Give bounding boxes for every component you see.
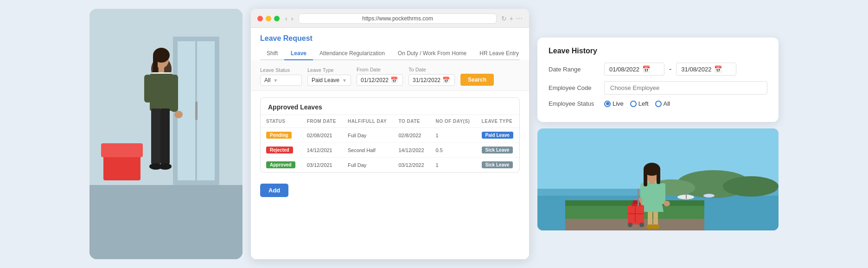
approved-leaves-title: Approved Leaves xyxy=(261,98,519,115)
from-date-label: From Date xyxy=(357,67,403,72)
leave-table: STATUS FROM DATE HALF/FULL DAY TO DATE N… xyxy=(261,115,519,172)
col-no-days: NO OF DAY(S) xyxy=(430,115,476,128)
maximize-button[interactable] xyxy=(274,16,280,21)
tab-permission[interactable]: Permission xyxy=(525,47,529,60)
svg-rect-42 xyxy=(661,183,665,204)
svg-point-31 xyxy=(703,194,715,198)
leave-type-badge: Sick Leave xyxy=(482,161,513,168)
status-cell: Pending xyxy=(261,128,301,143)
from-date-input[interactable]: 01/12/2022 📅 xyxy=(357,74,403,86)
svg-rect-50 xyxy=(657,168,660,184)
leave-status-label: Leave Status xyxy=(260,67,302,73)
date-from-input[interactable]: 01/08/2022 📅 xyxy=(604,63,664,76)
leave-type-cell: Paid Leave xyxy=(476,128,519,143)
search-button[interactable]: Search xyxy=(460,74,494,86)
add-button[interactable]: Add xyxy=(260,184,288,197)
traffic-lights xyxy=(257,16,280,21)
svg-point-45 xyxy=(664,201,670,206)
employee-status-radio-group: Live Left All xyxy=(604,100,670,107)
tab-onduty[interactable]: On Duty / Work From Home xyxy=(391,47,473,60)
svg-rect-51 xyxy=(628,205,644,224)
svg-point-27 xyxy=(723,176,779,197)
radio-live-label: Live xyxy=(613,100,624,107)
cal-to-icon: 📅 xyxy=(714,65,722,73)
browser-chrome: ‹ › https://www.pockethrms.com ↻ + ⋯ xyxy=(251,9,529,28)
svg-rect-8 xyxy=(101,143,143,157)
radio-live-circle xyxy=(604,101,611,107)
radio-live[interactable]: Live xyxy=(604,100,624,107)
tab-attendance[interactable]: Attendance Regularization xyxy=(313,47,391,60)
status-cell: Rejected xyxy=(261,143,301,158)
status-badge: Pending xyxy=(266,132,292,139)
right-photo-panel xyxy=(537,128,779,230)
radio-all-circle xyxy=(655,101,662,107)
leave-status-select[interactable]: All ▼ xyxy=(260,75,302,86)
to-date-value: 31/12/2022 xyxy=(413,77,440,83)
to-date-cell: 14/12/2022 xyxy=(393,143,430,158)
to-date-input[interactable]: 31/12/2022 📅 xyxy=(408,74,455,86)
filter-to-date: To Date 31/12/2022 📅 xyxy=(408,67,455,86)
radio-left[interactable]: Left xyxy=(630,100,649,107)
employee-code-row: Employee Code xyxy=(549,81,767,95)
svg-rect-57 xyxy=(628,213,644,214)
tab-hrleave[interactable]: HR Leave Entry xyxy=(473,47,525,60)
employee-status-label: Employee Status xyxy=(549,100,604,107)
date-from-value: 01/08/2022 xyxy=(609,66,639,73)
radio-left-label: Left xyxy=(638,100,649,107)
address-bar[interactable]: https://www.pockethrms.com xyxy=(299,13,496,24)
leave-status-value: All xyxy=(264,77,270,83)
date-to-input[interactable]: 31/08/2022 📅 xyxy=(676,63,736,76)
tab-leave[interactable]: Leave xyxy=(284,47,313,60)
reload-icon[interactable]: ↻ xyxy=(501,15,507,22)
svg-rect-1 xyxy=(89,185,243,259)
minimize-button[interactable] xyxy=(266,16,271,21)
leave-type-badge: Paid Leave xyxy=(482,132,513,139)
filter-leave-type: Leave Type Paid Leave ▼ xyxy=(307,67,351,86)
no-days-cell: 1 xyxy=(430,128,476,143)
svg-point-54 xyxy=(628,223,632,227)
new-tab-icon[interactable]: + xyxy=(510,15,513,22)
status-cell: Approved xyxy=(261,158,301,172)
col-half-full: HALF/FULL DAY xyxy=(342,115,393,128)
from-date-cell: 03/12/2021 xyxy=(301,158,342,172)
to-date-cell: 02/8/2022 xyxy=(393,128,430,143)
page-title: Leave Request xyxy=(260,34,520,43)
back-button[interactable]: ‹ xyxy=(284,15,288,22)
browser-content: Leave Request Shift Leave Attendance Reg… xyxy=(251,28,529,259)
radio-all[interactable]: All xyxy=(655,100,670,107)
table-row: Rejected 14/12/2021 Second Half 14/12/20… xyxy=(261,143,519,158)
close-button[interactable] xyxy=(257,16,263,21)
table-row: Pending 02/08/2021 Full Day 02/8/2022 1 … xyxy=(261,128,519,143)
radio-all-label: All xyxy=(664,100,670,107)
page-header: Leave Request Shift Leave Attendance Reg… xyxy=(251,28,529,60)
filter-leave-status: Leave Status All ▼ xyxy=(260,67,302,86)
calendar-icon: 📅 xyxy=(390,77,398,83)
employee-status-row: Employee Status Live Left All xyxy=(549,100,767,107)
col-status: STATUS xyxy=(261,115,301,128)
svg-rect-56 xyxy=(635,207,636,222)
leave-type-select[interactable]: Paid Leave ▼ xyxy=(307,75,351,86)
svg-rect-4 xyxy=(178,41,195,180)
col-to-date: TO DATE xyxy=(393,115,430,128)
approved-leaves-section: Approved Leaves STATUS FROM DATE HALF/FU… xyxy=(260,97,520,172)
table-row: Approved 03/12/2021 Full Day 03/12/2022 … xyxy=(261,158,519,172)
calendar-icon-2: 📅 xyxy=(442,77,450,83)
leave-type-value: Paid Leave xyxy=(312,77,339,83)
leave-type-cell: Sick Leave xyxy=(476,143,519,158)
svg-rect-6 xyxy=(195,102,198,120)
tab-shift[interactable]: Shift xyxy=(260,47,284,60)
forward-button[interactable]: › xyxy=(290,15,294,22)
from-date-value: 01/12/2022 xyxy=(361,77,389,83)
browser-actions: ↻ + ⋯ xyxy=(501,15,523,22)
svg-point-22 xyxy=(159,163,172,170)
svg-rect-19 xyxy=(151,108,160,164)
filter-from-date: From Date 01/12/2022 📅 xyxy=(357,67,403,86)
status-badge: Approved xyxy=(266,161,295,168)
to-date-label: To Date xyxy=(408,67,455,72)
date-range-label: Date Range xyxy=(549,66,604,73)
more-icon[interactable]: ⋯ xyxy=(516,15,523,22)
svg-rect-16 xyxy=(171,75,178,112)
svg-rect-17 xyxy=(144,75,152,102)
date-separator: - xyxy=(669,65,671,73)
employee-code-input[interactable] xyxy=(604,81,767,95)
